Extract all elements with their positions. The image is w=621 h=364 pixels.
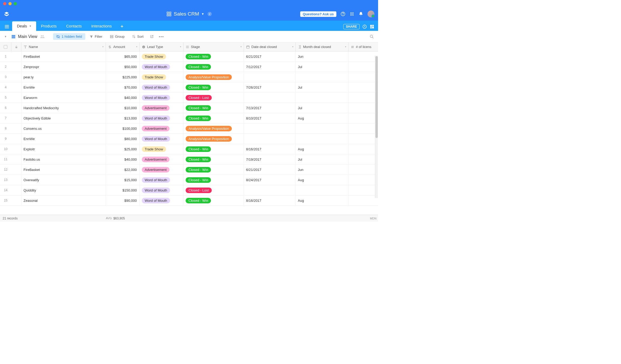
cell-lead-type[interactable]: Advertisement	[140, 123, 184, 133]
row-number[interactable]: 9	[0, 134, 11, 144]
row-expand-zone[interactable]	[11, 103, 21, 113]
cell-name[interactable]: FireBasket	[21, 51, 106, 61]
vertical-scrollbar[interactable]	[375, 56, 378, 198]
cell-month-closed[interactable]	[296, 134, 349, 144]
row-number[interactable]: 6	[0, 103, 11, 113]
apps-icon[interactable]	[350, 12, 354, 16]
share-view-button[interactable]	[148, 33, 156, 40]
select-all-checkbox[interactable]	[0, 42, 11, 51]
cell-name[interactable]: Handcrafted Mediocrity	[21, 103, 106, 113]
ask-us-button[interactable]: Questions? Ask us	[300, 11, 336, 17]
cell-name[interactable]: Fastidio.us	[21, 154, 106, 164]
cell-name[interactable]: Zenprospr	[21, 62, 106, 72]
scrollbar-thumb[interactable]	[375, 56, 378, 138]
cell-amount[interactable]: $25,000	[106, 144, 140, 154]
cell-stage[interactable]: Closed - Win	[184, 165, 244, 175]
table-row[interactable]: 13Overeatify$15,000Word of MouthClosed -…	[0, 175, 378, 185]
cell-month-closed[interactable]	[296, 72, 349, 82]
row-number[interactable]: 12	[0, 165, 11, 175]
row-expand-zone[interactable]	[11, 62, 21, 72]
cell-name[interactable]: Earworm	[21, 93, 106, 103]
cell-month-closed[interactable]: Aug	[296, 113, 349, 123]
cell-name[interactable]: pear.ly	[21, 72, 106, 82]
cell-month-closed[interactable]: Aug	[296, 195, 349, 205]
tab-contacts[interactable]: Contacts	[61, 21, 86, 31]
cell-stage[interactable]: Closed - Win	[184, 51, 244, 61]
tab-interactions[interactable]: Interactions	[87, 21, 117, 31]
cell-name[interactable]: Consens.us	[21, 123, 106, 133]
cell-lead-type[interactable]: Trade Show	[140, 51, 184, 61]
cell-date-closed[interactable]: 7/12/2017	[244, 62, 296, 72]
row-expand-zone[interactable]	[11, 72, 21, 82]
history-icon[interactable]	[362, 24, 367, 29]
cell-date-closed[interactable]: 8/16/2017	[244, 144, 296, 154]
row-expand-zone[interactable]	[11, 165, 21, 175]
row-number[interactable]: 3	[0, 72, 11, 82]
cell-licenses[interactable]	[349, 51, 378, 61]
table-row[interactable]: 7Objectively Edible$13,000Word of MouthC…	[0, 113, 378, 123]
row-number[interactable]: 10	[0, 144, 11, 154]
view-list-dropdown[interactable]: ▼	[3, 33, 8, 40]
row-expand-zone[interactable]	[11, 51, 21, 61]
cell-lead-type[interactable]: Word of Mouth	[140, 195, 184, 205]
table-row[interactable]: 5Earworm$40,000Word of MouthClosed - Los…	[0, 93, 378, 103]
cell-month-closed[interactable]: Jul	[296, 62, 349, 72]
row-expand-zone[interactable]	[11, 144, 21, 154]
cell-licenses[interactable]	[349, 103, 378, 113]
cell-licenses[interactable]	[349, 134, 378, 144]
cell-amount[interactable]: $50,000	[106, 62, 140, 72]
cell-stage[interactable]: Closed - Win	[184, 103, 244, 113]
column-header-month-closed[interactable]: Month deal closed ▼	[296, 42, 349, 51]
table-row[interactable]: 2Zenprospr$50,000Word of MouthClosed - W…	[0, 62, 378, 72]
row-expand-zone[interactable]	[11, 93, 21, 103]
cell-lead-type[interactable]: Word of Mouth	[140, 62, 184, 72]
cell-amount[interactable]: $100,000	[106, 123, 140, 133]
cell-stage[interactable]: Closed - Lost	[184, 93, 244, 103]
cell-licenses[interactable]	[349, 175, 378, 185]
notifications-icon[interactable]	[359, 12, 363, 16]
view-name-button[interactable]: Main View	[10, 33, 46, 40]
table-row[interactable]: 8Consens.us$100,000AdvertisementAnalysis…	[0, 123, 378, 134]
cell-licenses[interactable]	[349, 93, 378, 103]
table-row[interactable]: 6Handcrafted Mediocrity$10,000Advertisem…	[0, 103, 378, 113]
cell-month-closed[interactable]: Aug	[296, 175, 349, 185]
cell-amount[interactable]: $65,000	[106, 51, 140, 61]
cell-amount[interactable]: $150,000	[106, 185, 140, 195]
row-expand-zone[interactable]	[11, 185, 21, 195]
row-expand-zone[interactable]	[11, 134, 21, 144]
cell-date-closed[interactable]: 7/13/2017	[244, 103, 296, 113]
sort-button[interactable]: Sort	[129, 33, 147, 40]
info-icon[interactable]: i	[208, 12, 212, 16]
row-number[interactable]: 7	[0, 113, 11, 123]
cell-month-closed[interactable]: Jul	[296, 103, 349, 113]
row-number[interactable]: 14	[0, 185, 11, 195]
cell-name[interactable]: Quiddity	[21, 185, 106, 195]
cell-lead-type[interactable]: Advertisement	[140, 103, 184, 113]
cell-lead-type[interactable]: Word of Mouth	[140, 134, 184, 144]
cell-month-closed[interactable]: Jun	[296, 165, 349, 175]
cell-name[interactable]: EnnWe	[21, 82, 106, 92]
row-number[interactable]: 2	[0, 62, 11, 72]
column-header-name[interactable]: Name ▼	[21, 42, 106, 51]
cell-stage[interactable]: Analysis/Value Proposition	[184, 72, 244, 82]
row-number[interactable]: 1	[0, 51, 11, 61]
amount-summary[interactable]: AVG $63,905	[106, 217, 125, 220]
cell-name[interactable]: Objectively Edible	[21, 113, 106, 123]
table-row[interactable]: 11Fastidio.us$40,000AdvertisementClosed …	[0, 154, 378, 165]
cell-date-closed[interactable]: 6/21/2017	[244, 51, 296, 61]
cell-name[interactable]: FireBasket	[21, 165, 106, 175]
cell-name[interactable]: Exploitr	[21, 144, 106, 154]
cell-amount[interactable]: $225,000	[106, 72, 140, 82]
cell-date-closed[interactable]: 8/10/2017	[244, 113, 296, 123]
row-expand-zone[interactable]	[11, 113, 21, 123]
cell-name[interactable]: Overeatify	[21, 175, 106, 185]
cell-stage[interactable]: Closed - Win	[184, 154, 244, 164]
cell-month-closed[interactable]: Jul	[296, 154, 349, 164]
table-row[interactable]: 14Quiddity$150,000Word of MouthClosed - …	[0, 185, 378, 195]
cell-lead-type[interactable]: Advertisement	[140, 165, 184, 175]
cell-stage[interactable]: Closed - Win	[184, 113, 244, 123]
tab-products[interactable]: Products	[36, 21, 61, 31]
minimize-window-button[interactable]	[8, 2, 12, 5]
cell-name[interactable]: Zeasonal	[21, 195, 106, 205]
cell-licenses[interactable]	[349, 113, 378, 123]
